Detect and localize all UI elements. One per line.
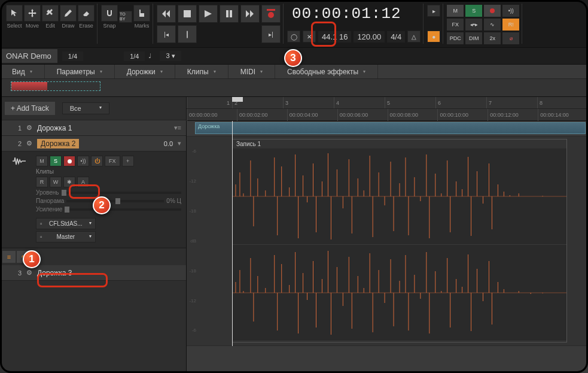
metronome-toggle[interactable]: △ [407,31,421,43]
automation-write[interactable]: W [50,177,62,187]
level-slider[interactable] [62,192,181,194]
output-dropdown[interactable]: ▫Master [36,231,96,242]
track-mute[interactable]: M [36,156,48,166]
x2-button[interactable]: 2x [484,32,501,44]
track-power[interactable]: ⏻ [91,156,103,166]
go-marker-button[interactable]: ┃ [178,25,197,43]
view-mode-1[interactable]: ≡ [2,251,16,263]
pause-button[interactable] [220,5,239,23]
svg-rect-0 [184,10,191,17]
input-dropdown[interactable]: ▫CFLStdAS... [36,218,96,229]
time-signature[interactable]: 4/4 [387,31,405,43]
track-2-volume[interactable]: 0.0 [164,140,173,147]
sample-rate[interactable]: 44.1 16 [318,31,351,43]
snap-mode[interactable]: 3 ▾ [160,51,181,61]
track-fx[interactable]: FX [105,156,120,166]
tempo-value[interactable]: 120.00 [354,31,385,43]
forward-button[interactable] [240,5,260,23]
edit-tool[interactable] [42,5,59,22]
record-button[interactable] [261,5,281,23]
expand-button[interactable]: ▸ [427,5,440,17]
marks-label: Marks [135,23,150,29]
chevron-down-icon[interactable]: ▾ [178,140,181,147]
waveform-bottom [233,245,566,341]
punch-toggle[interactable]: ✕ [303,31,316,43]
audio-clip[interactable]: Запись 1 [232,139,567,342]
waveform-top [233,148,566,244]
global-rec[interactable] [484,5,501,17]
snap-toggle[interactable] [101,5,118,22]
play-button[interactable] [199,5,218,23]
go-end-button[interactable]: ▸| [261,25,281,43]
track-arm-record[interactable] [63,156,75,166]
track-add[interactable]: + [122,156,134,166]
go-start-button[interactable]: |◂ [157,25,176,43]
fx-button[interactable]: FX [447,19,464,31]
rewind-button[interactable] [157,5,176,23]
lane-2[interactable]: -6-12-18dB-18-12-6 Запись 1 [187,137,588,346]
pan-slider[interactable] [66,200,164,202]
bypass-button[interactable]: ⌀ [502,32,519,44]
main-toolbar: Select Move Edit Draw Erase Snap TO BY M… [0,0,588,48]
draw-tool[interactable] [60,5,77,22]
playhead-handle[interactable] [232,97,243,102]
automation-read[interactable]: R [36,177,48,187]
global-solo[interactable]: S [465,5,482,17]
menu-options[interactable]: Параметры [45,65,115,78]
callout-3: 3 [284,49,302,67]
settings-icon[interactable]: ⚙ [26,124,32,132]
dim-button[interactable]: DIM [465,32,482,44]
track-monitor[interactable]: •)) [77,156,89,166]
pdc-button[interactable]: PDC [447,32,464,44]
erase-label: Erase [79,23,93,29]
move-tool[interactable] [24,5,41,22]
overview-clip[interactable] [11,81,100,91]
stop-button[interactable] [178,5,197,23]
ruler-bar: 7 [486,97,537,108]
track-solo[interactable]: S [50,156,62,166]
meter-display[interactable]: 1/4 [62,51,83,61]
lane-1[interactable]: Дорожка [187,121,588,137]
overview-strip[interactable] [0,79,588,97]
lane-1-clip[interactable]: Дорожка [195,122,586,134]
automation-mode[interactable]: ∿ [484,19,501,31]
menu-midi[interactable]: MIDI [229,65,275,78]
track-3-name[interactable]: Дорожка 3 [37,269,181,277]
ripple-button[interactable]: R! [502,19,519,31]
draw-label: Draw [62,23,74,29]
track-1-number: 1 [5,125,22,132]
select-tool[interactable] [6,5,23,22]
loop-toggle[interactable]: ◯ [287,31,300,43]
freeze-button[interactable]: ✱ [63,177,75,187]
ruler-time: 00:00:08:00 [388,109,438,121]
track-1-name[interactable]: Дорожка 1 [37,124,169,132]
playhead-line[interactable] [232,121,233,346]
chevron-down-icon[interactable]: ▾≡ [174,124,181,132]
track-2-name[interactable]: Дорожка 2 [37,139,79,148]
track-2-header[interactable]: 2 ⚙ Дорожка 2 0.0 ▾ [0,136,186,151]
add-track-button[interactable]: + Add Track [5,102,55,115]
erase-tool[interactable] [78,5,95,22]
settings-icon[interactable]: ⚙ [26,140,32,147]
track-2-number: 2 [5,140,22,147]
menu-view[interactable]: Вид [0,65,45,78]
timecode-display[interactable]: 00:00:01:12 [287,5,421,23]
global-mute[interactable]: M [447,5,464,17]
global-monitor[interactable]: •)) [502,5,519,17]
snap-value[interactable]: 1/4 [124,51,145,61]
ruler-bar: 8 [537,97,588,108]
archive-button[interactable]: A [77,177,89,187]
track-filter-dropdown[interactable]: Все [62,102,109,114]
arrangement-view[interactable]: 1 2 3 4 5 6 7 8 00:00:00:00 00:00:02:00 … [187,97,588,373]
gain-slider[interactable] [65,208,181,211]
ruler-time: 00:00:10:00 [437,109,488,121]
settings-icon[interactable]: ⚙ [26,269,32,277]
automation-play[interactable]: ◂•▸ [465,19,482,31]
marks-tool[interactable] [133,5,150,22]
menu-clips[interactable]: Клипы [175,65,229,78]
track-1-header[interactable]: 1 ⚙ Дорожка 1 ▾≡ [0,120,186,136]
record-arm-global[interactable]: ● [427,31,440,43]
snap-to-by[interactable]: TO BY [119,11,132,23]
time-ruler[interactable]: 1 2 3 4 5 6 7 8 00:00:00:00 00:00:02:00 … [187,97,588,121]
menu-tracks[interactable]: Дорожки [115,65,175,78]
